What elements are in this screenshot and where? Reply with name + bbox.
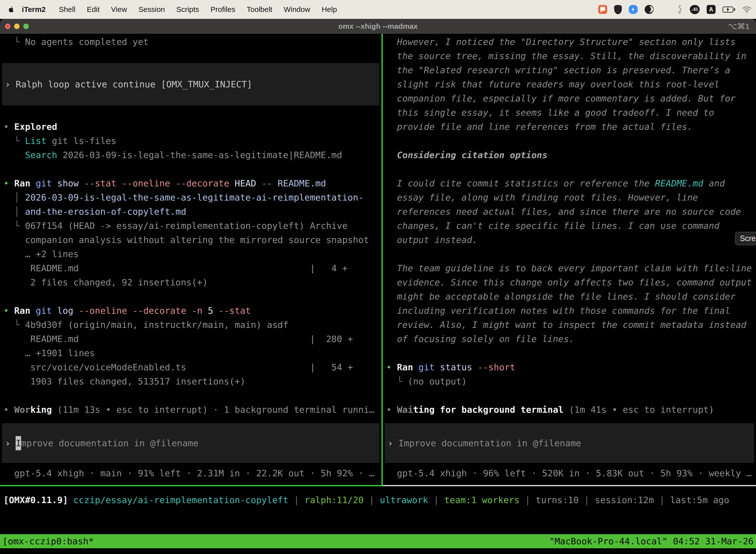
terminal-line: └ No agents completed yet — [0, 35, 381, 49]
menu-toolbelt[interactable]: Toolbelt — [247, 5, 272, 13]
terminal-line: However, I noticed the "Directory Struct… — [383, 35, 756, 49]
blank-line — [0, 289, 381, 303]
terminal-line: 2 files changed, 92 insertions(+) — [0, 275, 381, 289]
wifi-icon[interactable] — [742, 6, 752, 13]
left-model-status-line: gpt-5.4 xhigh · main · 91% left · 2.31M … — [0, 466, 381, 480]
blank-line — [383, 388, 756, 403]
right-terminal-pane[interactable]: However, I noticed the "Directory Struct… — [383, 34, 756, 485]
shield-grid-icon[interactable] — [614, 5, 622, 14]
terminal-line: … +2 lines — [0, 247, 381, 261]
terminal-line: companion file, especially if more comme… — [383, 91, 756, 106]
terminal-line: slight risk that future readers may over… — [383, 77, 756, 91]
terminal-line: src/voice/voiceModeEnabled.ts | 54 + — [0, 360, 381, 374]
blank-line — [383, 247, 756, 261]
terminal-line: … +1901 lines — [0, 346, 381, 360]
menu-session[interactable]: Session — [138, 5, 165, 13]
menu-help[interactable]: Help — [322, 5, 337, 13]
menu-shell[interactable]: Shell — [59, 5, 75, 13]
terminal-line: Considering citation options — [383, 148, 756, 162]
blank-line — [0, 106, 381, 120]
right-model-status-line: gpt-5.4 xhigh · 96% left · 520K in · 5.8… — [383, 466, 756, 480]
terminal-line: this single essay, it seems like a good … — [383, 106, 756, 120]
menu-edit[interactable]: Edit — [87, 5, 100, 13]
right-prompt-input[interactable]: › Improve documentation in @filename — [385, 423, 754, 463]
terminal-line: • Waiting for background terminal (1m 41… — [383, 403, 756, 417]
menu-bar-status-area: ..61 A — [598, 5, 752, 14]
terminal-line: │ and-the-erosion-of-copyleft.md — [0, 205, 381, 219]
terminal-line: changes, I can't cite specific file line… — [383, 219, 756, 233]
dots-grid-icon[interactable] — [660, 5, 670, 14]
right-pane-bottom-border — [383, 485, 756, 486]
terminal-line: └ 067f154 (HEAD -> essay/ai-reimplementa… — [0, 219, 381, 233]
terminal-line: The team guideline is to back every impo… — [383, 261, 756, 275]
apple-menu[interactable] — [7, 5, 15, 14]
apple-icon — [8, 5, 15, 13]
iterm2-window: omx --xhigh --madmax ⌥⌘1 └ No agents com… — [0, 19, 756, 554]
terminal-line: • Explored — [0, 120, 381, 134]
terminal-line: • Ran git status --short — [383, 360, 756, 374]
lightning-app-icon[interactable] — [629, 5, 638, 14]
tmux-session-label: [omx-cczip0:bash* — [2, 534, 94, 548]
terminal-line: • Working (11m 13s • esc to interrupt) ·… — [0, 403, 381, 417]
terminal-line: evidence. Since this change only affects… — [383, 275, 756, 289]
terminal-line: essay file, along with finding root file… — [383, 190, 756, 205]
terminal-line: provide file and line references from th… — [383, 120, 756, 134]
terminal-line: I could cite commit statistics or refere… — [383, 176, 756, 190]
battery-icon[interactable] — [722, 6, 735, 13]
blank-line — [383, 134, 756, 148]
terminal-line: Search 2026-03-09-is-legal-the-same-as-l… — [0, 148, 381, 162]
blank-line — [0, 49, 381, 63]
terminal-line: 1903 files changed, 513517 insertions(+) — [0, 374, 381, 388]
screen-edge-tooltip: Scre — [735, 232, 756, 245]
terminal-line: README.md | 280 + — [0, 332, 381, 346]
terminal-line: └ 4b9d30f (origin/main, instructkr/main,… — [0, 318, 381, 332]
menu-window[interactable]: Window — [284, 5, 310, 13]
terminal-line: README.md | 4 + — [0, 261, 381, 275]
inject-banner-text: › Ralph loop active continue [OMX_TMUX_I… — [2, 77, 252, 91]
terminal-line: the "Related research writing" section i… — [383, 63, 756, 77]
window-title-bar[interactable]: omx --xhigh --madmax ⌥⌘1 — [0, 19, 756, 34]
lens-app-icon[interactable] — [645, 5, 653, 14]
menu-app-name[interactable]: iTerm2 — [22, 5, 46, 14]
terminal-line: the source tree, missing the essay. Stil… — [383, 49, 756, 63]
window-title: omx --xhigh --madmax — [0, 22, 756, 31]
terminal-content: └ No agents completed yet› Ralph loop ac… — [0, 34, 756, 554]
tmux-host-clock: "MacBook-Pro-44.local" 04:52 31-Mar-26 — [549, 534, 754, 548]
chat-app-icon[interactable] — [598, 5, 607, 14]
terminal-line: references need actual files, and since … — [383, 205, 756, 219]
omx-status-bar: [OMX#0.11.9] cczip/essay/ai-reimplementa… — [0, 493, 756, 507]
blank-line — [383, 346, 756, 360]
squiggle-icon[interactable] — [676, 5, 683, 14]
menu-view[interactable]: View — [111, 5, 127, 13]
terminal-line: review. Also, I might want to inspect th… — [383, 318, 756, 332]
menu-profiles[interactable]: Profiles — [210, 5, 235, 13]
terminal-line: └ (no output) — [383, 374, 756, 388]
terminal-line: companion analysis without altering the … — [0, 233, 381, 247]
menu-scripts[interactable]: Scripts — [176, 5, 199, 13]
blank-line — [383, 162, 756, 176]
terminal-line: including verification notes with those … — [383, 303, 756, 318]
keyboard-a-icon[interactable]: A — [707, 5, 715, 14]
menu-items: ShellEditViewSessionScriptsProfilesToolb… — [53, 5, 342, 14]
window-shortcut-badge: ⌥⌘1 — [728, 21, 750, 31]
blank-line — [0, 162, 381, 176]
timer-badge-icon[interactable]: ..61 — [690, 5, 700, 14]
terminal-line: of focusing solely on file lines. — [383, 332, 756, 346]
tmux-status-bar: [omx-cczip0:bash* "MacBook-Pro-44.local"… — [0, 534, 756, 548]
left-terminal-pane[interactable]: └ No agents completed yet› Ralph loop ac… — [0, 34, 381, 485]
terminal-line: output instead. — [383, 233, 756, 247]
inject-banner: › Ralph loop active continue [OMX_TMUX_I… — [2, 63, 379, 106]
terminal-line: │ 2026-03-09-is-legal-the-same-as-legiti… — [0, 190, 381, 205]
left-pane-bottom-border — [0, 485, 381, 486]
blank-line — [0, 388, 381, 403]
terminal-line: might be acceptable alongside the file l… — [383, 289, 756, 303]
terminal-line: • Ran git show --stat --oneline --decora… — [0, 176, 381, 190]
left-pane-output: └ No agents completed yet› Ralph loop ac… — [0, 34, 381, 417]
terminal-line: • Ran git log --oneline --decorate -n 5 … — [0, 303, 381, 318]
right-pane-output: However, I noticed the "Directory Struct… — [383, 34, 756, 417]
menu-bar: iTerm2 ShellEditViewSessionScriptsProfil… — [0, 0, 756, 19]
terminal-line: └ List git ls-files — [0, 134, 381, 148]
left-prompt-input[interactable]: › Improve documentation in @filename — [2, 423, 379, 463]
